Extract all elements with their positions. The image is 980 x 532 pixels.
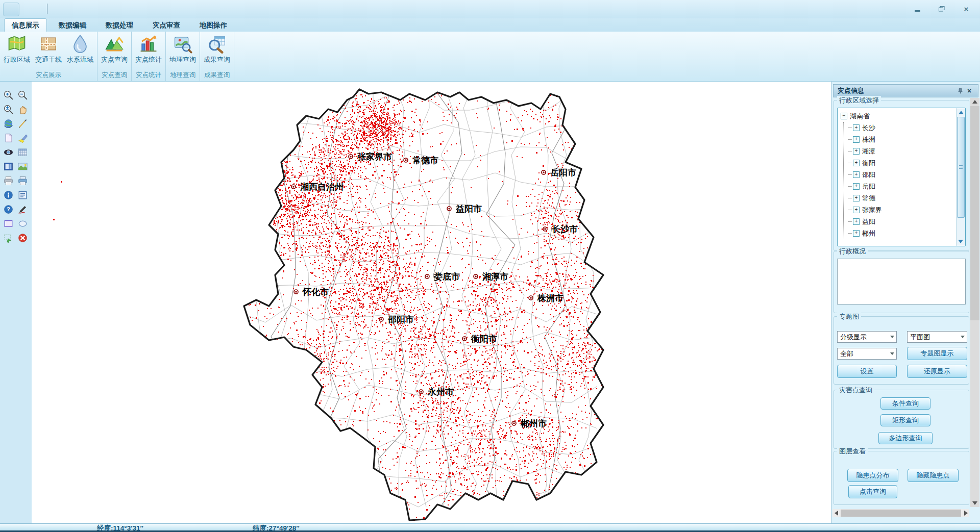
settings-button[interactable]: 设置 [837,365,897,378]
app-menu-button[interactable] [3,3,19,16]
minimize-button-icon[interactable] [910,3,925,15]
sketch-icon[interactable] [16,203,29,215]
tree-item[interactable]: +邵阳 [848,169,954,181]
zoom-in-icon[interactable] [2,89,14,101]
scroll-right-icon[interactable] [962,510,969,517]
eraser-icon[interactable] [16,132,29,144]
expand-icon[interactable]: + [853,183,860,190]
layout-window-icon[interactable] [2,160,14,172]
city-label: 湘西自治州 [300,182,344,192]
tab-info-display[interactable]: 信息展示 [4,18,47,32]
hunan-disaster-map[interactable]: 张家界市常德市岳阳市湘西自治州益阳市长沙市娄底市湘潭市株洲市怀化市邵阳市衡阳市永… [32,82,831,523]
tree-item[interactable]: +郴州 [848,227,954,239]
tree-item[interactable]: +衡阳 [848,157,954,169]
tree-item-root[interactable]: − 湖南省 [841,110,954,122]
tree-item[interactable]: +常德 [848,192,954,204]
print-preview-icon[interactable] [16,174,29,187]
tree-item[interactable]: +长沙 [848,122,954,134]
help-icon[interactable]: ? [2,203,14,215]
tree-item[interactable]: +益阳 [848,216,954,227]
panel-horizontal-scrollbar[interactable] [832,509,969,517]
scope-select[interactable]: 全部 [837,348,897,360]
measure-icon[interactable] [16,117,29,130]
expand-icon[interactable]: + [853,171,860,178]
admin-region-button[interactable]: 行政区域 [1,33,33,64]
info-icon[interactable] [2,189,14,201]
statusbar: 经度:114°3′31″ 纬度:27°49′28″ [0,523,980,532]
scroll-up-icon[interactable] [972,100,977,104]
water-system-button[interactable]: 水系流域 [64,33,96,64]
ribbon-button-label: 地理查询 [169,55,196,64]
result-query-button[interactable]: 成果查询 [201,33,233,64]
eye-icon[interactable] [2,146,14,158]
zoom-extent-icon[interactable] [2,103,14,115]
close-button-icon[interactable]: × [959,3,974,15]
pin-icon[interactable] [955,86,965,95]
scroll-left-icon[interactable] [832,510,840,517]
city-label: 岳阳市 [550,168,576,178]
admin-overview-label: 行政概况 [837,247,868,256]
tab-data-process[interactable]: 数据处理 [98,18,141,32]
scroll-down-icon[interactable] [958,240,963,243]
scroll-down-icon[interactable] [972,501,977,505]
expand-icon[interactable]: + [853,195,860,201]
geo-query-button[interactable]: 地理查询 [167,33,199,64]
tree-item[interactable]: +湘潭 [848,145,954,157]
click-query-button[interactable]: 点击查询 [848,485,897,498]
rect-select-icon[interactable] [2,217,14,230]
expand-icon[interactable]: + [853,207,860,213]
pan-icon[interactable] [16,103,29,115]
cancel-icon[interactable] [16,232,29,244]
globe-icon[interactable] [2,117,14,130]
expand-icon[interactable]: + [853,230,860,237]
map-canvas[interactable]: 张家界市常德市岳阳市湘西自治州益阳市长沙市娄底市湘潭市株洲市怀化市邵阳市衡阳市永… [32,82,831,523]
tab-disaster-review[interactable]: 灾点审查 [145,18,188,32]
panel-vscroll-thumb[interactable] [970,106,979,320]
expand-icon[interactable]: + [853,160,860,166]
restore-display-button[interactable]: 还原显示 [907,365,967,378]
panel-hscroll-thumb[interactable] [841,510,961,517]
tree-scrollbar[interactable] [956,108,965,246]
city-label: 长沙市 [551,224,578,234]
expand-icon[interactable]: + [853,136,860,143]
admin-overview-textbox[interactable] [837,259,966,305]
tree-scroll-thumb[interactable] [957,117,965,218]
city-label: 郴州市 [520,419,547,428]
tab-data-edit[interactable]: 数据编辑 [51,18,94,32]
doc-panel-icon[interactable] [16,189,29,201]
zoom-out-icon[interactable] [16,89,29,101]
collapse-icon[interactable]: − [841,113,847,119]
tree-item[interactable]: +张家界 [848,204,954,216]
display-mode-select[interactable]: 分级显示 [837,331,897,343]
disaster-query-button[interactable]: 灾点查询 [99,33,130,64]
traffic-lines-button[interactable]: 交通干线 [33,33,64,64]
expand-icon[interactable]: + [853,218,860,225]
tab-map-operation[interactable]: 地图操作 [192,18,235,32]
map-type-select[interactable]: 平面图 [907,331,967,343]
hide-hazard-button[interactable]: 隐藏隐患点 [908,469,959,482]
thematic-show-button[interactable]: 专题图显示 [907,347,967,360]
tree-item[interactable]: +岳阳 [848,181,954,192]
print-icon[interactable] [2,174,14,187]
ellipse-select-icon[interactable] [16,217,29,230]
panel-vertical-scrollbar[interactable] [970,98,979,507]
condition-query-button[interactable]: 条件查询 [880,397,930,410]
ribbon-group-label: 灾点展示 [0,70,97,81]
hazard-distribution-button[interactable]: 隐患点分布 [847,469,898,482]
svg-text:?: ? [7,206,10,212]
expand-icon[interactable]: + [853,124,860,131]
city-label: 怀化市 [302,287,329,297]
scroll-up-icon[interactable] [959,111,964,114]
panel-close-icon[interactable]: × [965,86,974,95]
traffic-map-icon [39,34,58,54]
restore-button-icon[interactable] [934,3,949,15]
tree-item[interactable]: +株洲 [848,134,954,145]
polygon-query-button[interactable]: 多边形查询 [878,432,933,444]
clear-page-icon[interactable] [2,132,14,144]
lasso-icon[interactable] [2,232,14,244]
rectangle-query-button[interactable]: 矩形查询 [880,414,930,426]
expand-icon[interactable]: + [853,148,860,155]
grid-table-icon[interactable] [16,146,29,158]
disaster-stat-button[interactable]: 灾点统计 [133,33,164,64]
image-map-icon[interactable] [16,160,29,172]
